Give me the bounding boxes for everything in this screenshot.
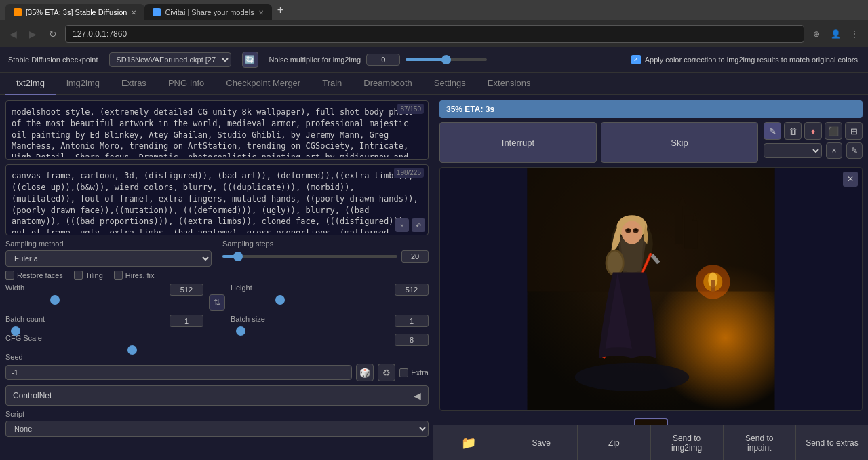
seed-row: 🎲 ♻ Extra — [5, 364, 429, 381]
full-right: 35% ETA: 3s Interrupt Skip ✎ 🗑 ♦ — [439, 100, 863, 455]
extras-checkbox[interactable]: Extra — [399, 368, 429, 377]
sampling-steps-label: Sampling steps — [222, 239, 429, 248]
batch-count-col: Batch count — [5, 315, 203, 330]
styles-select[interactable] — [764, 143, 822, 158]
noise-section: Noise multiplier for img2img — [269, 54, 488, 66]
script-row: Script None — [5, 410, 429, 437]
steps-value-input[interactable] — [401, 250, 429, 263]
styles-apply-button[interactable]: ✎ — [846, 142, 863, 159]
content-area: 87/150 modelshoot style, (extremely deta… — [0, 95, 868, 460]
right-toolbar-row: ✎ 🗑 ♦ ⬛ ⊞ — [764, 122, 863, 140]
positive-prompt-input[interactable]: modelshoot style, (extremely detailed CG… — [6, 101, 428, 157]
tab-stable-diffusion[interactable]: [35% ETA: 3s] Stable Diffusion ✕ — [5, 4, 144, 20]
toolbar-icon-2[interactable]: 🗑 — [784, 122, 802, 140]
back-button[interactable]: ◀ — [5, 26, 21, 42]
send-to-img2img-button[interactable]: Send to img2img — [651, 425, 724, 460]
steps-track[interactable] — [222, 255, 397, 258]
hires-check — [114, 271, 123, 280]
toolbar-icon-4[interactable]: ⬛ — [825, 122, 842, 140]
checkpoint-label: Stable Diffusion checkpoint — [8, 56, 98, 64]
save-button[interactable]: Save — [505, 425, 578, 460]
tab-settings[interactable]: Settings — [423, 73, 477, 95]
hires-fix-checkbox[interactable]: Hires. fix — [114, 271, 155, 280]
svg-point-17 — [627, 229, 629, 231]
nav-icons: ⊕ 👤 ⋮ — [808, 26, 863, 42]
negative-icons: × ↶ — [395, 218, 425, 232]
tab-extras[interactable]: Extras — [111, 73, 157, 95]
noise-input[interactable] — [366, 54, 400, 66]
tab-extensions[interactable]: Extensions — [477, 73, 542, 95]
script-select[interactable]: None — [5, 421, 429, 437]
browser-tabs: [35% ETA: 3s] Stable Diffusion ✕ Civitai… — [0, 0, 868, 20]
restore-faces-checkbox[interactable]: Restore faces — [5, 271, 63, 280]
new-tab-button[interactable]: + — [272, 1, 289, 19]
sampling-method-col: Sampling method Euler a — [5, 239, 212, 267]
top-bar: Stable Diffusion checkpoint SD15NewVAEpr… — [0, 47, 868, 73]
tab-sd-label: [35% ETA: 3s] Stable Diffusion — [26, 8, 127, 16]
tab-civitai[interactable]: Civitai | Share your models ✕ — [144, 4, 271, 20]
checkpoint-select[interactable]: SD15NewVAEpruned.ckpt [27a4ac756c] — [109, 52, 231, 67]
sd-favicon — [14, 8, 22, 16]
seed-reuse-button[interactable]: ♻ — [378, 364, 395, 381]
profile-icon[interactable]: 👤 — [827, 26, 844, 42]
tiling-check — [74, 271, 83, 280]
tab-sd-close[interactable]: ✕ — [131, 9, 136, 16]
tab-png-info[interactable]: PNG Info — [157, 73, 215, 95]
noise-slider[interactable] — [406, 58, 487, 61]
height-col: Height — [231, 284, 429, 299]
toolbar-icon-1[interactable]: ✎ — [764, 122, 781, 140]
interrupt-skip-group: Interrupt Skip — [439, 122, 758, 163]
tab-img2img[interactable]: img2img — [56, 73, 111, 95]
send-inpaint-label: Send to inpaint — [745, 434, 773, 453]
settings-icon[interactable]: ⋮ — [846, 26, 863, 42]
skip-button[interactable]: Skip — [601, 122, 758, 163]
seed-random-button[interactable]: 🎲 — [356, 364, 374, 381]
sampling-row: Sampling method Euler a Sampling steps — [5, 239, 429, 267]
styles-add-button[interactable]: × — [826, 142, 842, 159]
toolbar-icon-3[interactable]: ♦ — [804, 122, 822, 140]
negative-counter: 198/225 — [394, 168, 424, 178]
negative-prompt-input[interactable]: canvas frame, cartoon, 3d, (disfigured))… — [6, 165, 428, 233]
color-correction: ✓ Apply color correction to img2img resu… — [631, 55, 860, 64]
send-to-inpaint-button[interactable]: Send to inpaint — [724, 425, 796, 460]
sampling-method-select[interactable]: Euler a — [5, 250, 212, 267]
svg-rect-3 — [675, 206, 682, 244]
address-bar[interactable] — [65, 25, 804, 43]
height-value-input[interactable] — [395, 284, 429, 296]
refresh-checkpoint-icon[interactable]: 🔄 — [242, 52, 258, 68]
neg-icon-2[interactable]: ↶ — [412, 218, 425, 232]
swap-dimensions-button[interactable]: ⇅ — [209, 294, 225, 311]
tab-dreambooth[interactable]: Dreambooth — [353, 73, 423, 95]
width-value-input[interactable] — [170, 284, 203, 296]
restore-faces-label: Restore faces — [17, 271, 63, 280]
tab-txt2img[interactable]: txt2img — [5, 73, 56, 95]
folder-button[interactable]: 📁 — [433, 425, 505, 460]
tab-ci-close[interactable]: ✕ — [258, 9, 264, 16]
right-panel: 35% ETA: 3s Interrupt Skip ✎ 🗑 ♦ — [434, 95, 868, 460]
batch-size-input[interactable] — [395, 315, 429, 327]
controlnet-row[interactable]: ControlNet ◀ — [5, 385, 429, 406]
zip-button[interactable]: Zip — [578, 425, 650, 460]
toolbar-icon-5[interactable]: ⊞ — [845, 122, 863, 140]
restore-faces-check — [5, 271, 14, 280]
forward-button[interactable]: ▶ — [25, 26, 41, 42]
reload-button[interactable]: ↻ — [45, 26, 61, 42]
close-image-button[interactable]: ✕ — [843, 172, 858, 187]
interrupt-button[interactable]: Interrupt — [439, 122, 597, 163]
neg-icon-1[interactable]: × — [395, 218, 409, 232]
extensions-icon[interactable]: ⊕ — [808, 26, 825, 42]
checkboxes-row: Restore faces Tiling Hires. fix — [5, 271, 429, 280]
tab-train[interactable]: Train — [311, 73, 353, 95]
color-correction-checkbox[interactable]: ✓ — [631, 55, 641, 64]
send-to-extras-button[interactable]: Send to extras — [796, 425, 868, 460]
batch-count-input[interactable] — [170, 315, 203, 327]
cfg-scale-input[interactable] — [395, 334, 429, 346]
seed-input[interactable] — [5, 365, 352, 380]
width-label: Width — [5, 284, 24, 296]
tab-checkpoint-merger[interactable]: Checkpoint Merger — [215, 73, 311, 95]
svg-rect-6 — [692, 220, 697, 248]
sampling-steps-col: Sampling steps — [222, 239, 429, 267]
svg-point-18 — [634, 229, 637, 231]
tiling-checkbox[interactable]: Tiling — [74, 271, 103, 280]
seed-section: Seed 🎲 ♻ Extra — [5, 353, 429, 381]
